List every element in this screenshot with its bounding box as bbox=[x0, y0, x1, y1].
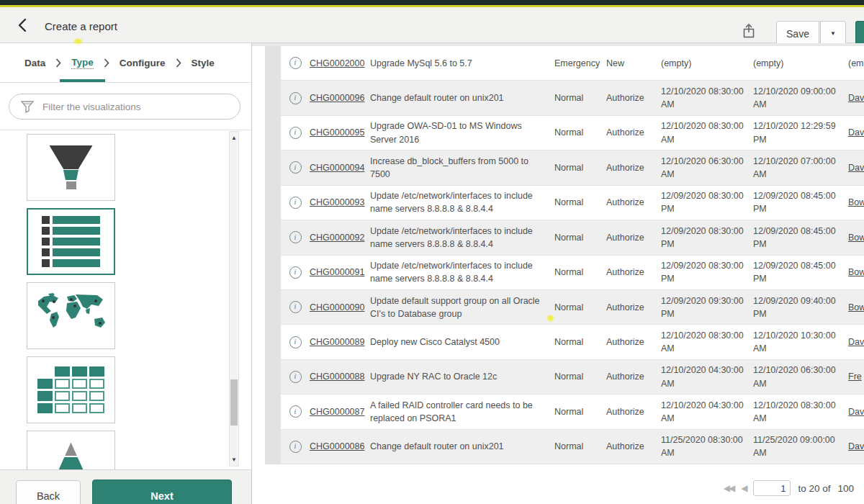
info-icon[interactable]: i bbox=[289, 57, 302, 69]
viz-tile-pyramid[interactable] bbox=[27, 431, 115, 469]
planned-end-date: 12/10/2020 12:29:59 PM bbox=[753, 120, 848, 145]
assigned-to-link[interactable]: Dav bbox=[848, 407, 864, 417]
wizard-step-data[interactable]: Data bbox=[20, 43, 50, 82]
scroll-up-icon[interactable]: ▲ bbox=[230, 135, 238, 141]
viz-tile-world-map[interactable] bbox=[27, 282, 115, 349]
record-number-link[interactable]: CHG0000090 bbox=[310, 302, 364, 312]
assigned-to-link[interactable]: Dav bbox=[848, 441, 864, 451]
table-row: i CHG0000092 Update /etc/network/interfa… bbox=[281, 220, 864, 255]
scroll-down-icon[interactable]: ▼ bbox=[230, 456, 238, 463]
save-dropdown-button[interactable]: ▼ bbox=[820, 21, 846, 46]
save-button[interactable]: Save bbox=[776, 21, 819, 46]
primary-action-button-clipped[interactable] bbox=[855, 21, 864, 46]
short-description: Change default router on unix201 bbox=[370, 91, 554, 104]
assigned-to-link[interactable]: Bow bbox=[848, 197, 864, 207]
assigned-to-link[interactable]: Bow bbox=[848, 267, 864, 277]
wizard-step-configure[interactable]: Configure bbox=[115, 43, 170, 82]
planned-end-date: 12/09/2020 09:40:00 PM bbox=[753, 294, 848, 320]
record-number-link[interactable]: CHG0000088 bbox=[310, 372, 364, 382]
state: Authorize bbox=[606, 231, 661, 244]
previous-page-icon[interactable]: ◀ bbox=[741, 483, 746, 493]
info-icon[interactable]: i bbox=[289, 161, 302, 174]
back-chevron-button[interactable] bbox=[13, 17, 32, 35]
planned-start-date: 12/09/2020 08:30:00 PM bbox=[661, 259, 753, 285]
assigned-to-link[interactable]: Bow bbox=[848, 233, 864, 243]
record-number-link[interactable]: CHG0000093 bbox=[310, 197, 364, 207]
assigned-to-link[interactable]: (empty) bbox=[848, 58, 864, 68]
table-row: i CHG0000096 Change default router on un… bbox=[281, 81, 864, 115]
info-icon[interactable]: i bbox=[289, 127, 302, 139]
assigned-to-link[interactable]: Dav bbox=[848, 127, 864, 138]
planned-end-date: 12/10/2020 07:00:00 AM bbox=[753, 155, 848, 181]
world-map-icon bbox=[34, 292, 109, 340]
record-number-link[interactable]: CHG0002000 bbox=[310, 58, 364, 68]
planned-end-date: (empty) bbox=[753, 57, 848, 70]
next-button[interactable]: Next bbox=[92, 480, 232, 504]
info-icon[interactable]: i bbox=[289, 231, 302, 243]
planned-end-date: 12/10/2020 06:30:00 AM bbox=[753, 364, 848, 390]
viz-tile-list[interactable] bbox=[27, 208, 115, 275]
info-icon[interactable]: i bbox=[289, 301, 302, 313]
first-page-icon[interactable]: ◀◀ bbox=[724, 483, 734, 493]
assigned-to-link[interactable]: Dav bbox=[848, 163, 864, 173]
info-icon[interactable]: i bbox=[289, 441, 302, 453]
record-number-link[interactable]: CHG0000095 bbox=[310, 127, 364, 138]
viz-scrollbar[interactable]: ▲ ▼ bbox=[229, 131, 239, 467]
short-description: Upgrade OWA-SD-01 to MS Windows Server 2… bbox=[370, 120, 554, 145]
short-description: Increase db_block_buffers from 5000 to 7… bbox=[370, 155, 554, 181]
short-description: Update default support group on all Orac… bbox=[370, 294, 554, 320]
short-description: A failed RAID controller card needs to b… bbox=[370, 399, 554, 425]
priority: Normal bbox=[554, 440, 606, 453]
viz-tile-funnel[interactable] bbox=[27, 134, 115, 201]
priority: Normal bbox=[554, 91, 606, 104]
info-icon[interactable]: i bbox=[289, 197, 302, 209]
assigned-to-link[interactable]: Bow bbox=[848, 302, 864, 312]
heatmap-chart-icon bbox=[37, 366, 104, 413]
planned-start-date: 12/10/2020 08:30:00 AM bbox=[661, 85, 753, 111]
planned-start-date: (empty) bbox=[661, 57, 753, 70]
record-number-link[interactable]: CHG0000086 bbox=[310, 441, 364, 451]
record-number-link[interactable]: CHG0000089 bbox=[310, 337, 364, 347]
priority: Normal bbox=[554, 161, 606, 174]
records-table: i CHG0002000 Upgrade MySql 5.6 to 5.7 Em… bbox=[281, 46, 864, 464]
record-number-link[interactable]: CHG0000094 bbox=[310, 163, 364, 173]
back-button[interactable]: Back bbox=[16, 480, 81, 504]
share-button[interactable] bbox=[740, 23, 757, 40]
assigned-to-link[interactable]: Dav bbox=[848, 337, 864, 347]
planned-start-date: 12/10/2020 08:30:00 AM bbox=[661, 329, 753, 355]
short-description: Update /etc/network/interfaces to includ… bbox=[370, 225, 554, 251]
page-number-input[interactable] bbox=[753, 480, 791, 496]
viz-tile-heatmap[interactable] bbox=[27, 356, 115, 423]
info-icon[interactable]: i bbox=[289, 92, 302, 104]
record-number-link[interactable]: CHG0000092 bbox=[310, 233, 364, 243]
planned-start-date: 12/09/2020 08:30:00 PM bbox=[661, 225, 753, 251]
filter-visualizations-input[interactable] bbox=[9, 94, 240, 120]
info-icon[interactable]: i bbox=[289, 266, 302, 279]
report-wizard-panel: Data Type Configure Style bbox=[0, 43, 252, 504]
info-icon[interactable]: i bbox=[289, 336, 302, 348]
scrollbar-thumb[interactable] bbox=[230, 379, 238, 426]
assigned-to-link[interactable]: Fre bbox=[848, 372, 862, 382]
info-icon[interactable]: i bbox=[289, 371, 302, 383]
planned-start-date: 12/10/2020 06:30:00 AM bbox=[661, 155, 753, 181]
state: Authorize bbox=[606, 440, 661, 453]
table-row: i CHG0002000 Upgrade MySql 5.6 to 5.7 Em… bbox=[281, 46, 864, 81]
table-row: i CHG0000086 Change default router on un… bbox=[281, 430, 864, 464]
record-number-link[interactable]: CHG0000091 bbox=[310, 267, 364, 277]
wizard-step-type[interactable]: Type bbox=[67, 43, 98, 82]
info-icon[interactable]: i bbox=[289, 405, 302, 418]
assigned-to-link[interactable]: Dav bbox=[848, 93, 864, 103]
state: Authorize bbox=[606, 161, 661, 174]
wizard-step-style[interactable]: Style bbox=[187, 43, 219, 82]
planned-start-date: 11/25/2020 08:30:00 AM bbox=[661, 433, 753, 459]
record-number-link[interactable]: CHG0000087 bbox=[310, 407, 364, 417]
planned-end-date: 12/09/2020 08:45:00 PM bbox=[753, 225, 848, 251]
filter-funnel-icon bbox=[20, 100, 35, 116]
state: Authorize bbox=[606, 301, 661, 314]
chevron-right-icon bbox=[55, 58, 61, 68]
priority: Normal bbox=[554, 301, 606, 314]
record-number-link[interactable]: CHG0000096 bbox=[310, 93, 364, 103]
table-row: i CHG0000090 Update default support grou… bbox=[281, 290, 864, 325]
state: Authorize bbox=[606, 126, 661, 139]
table-row: i CHG0000093 Update /etc/network/interfa… bbox=[281, 186, 864, 220]
